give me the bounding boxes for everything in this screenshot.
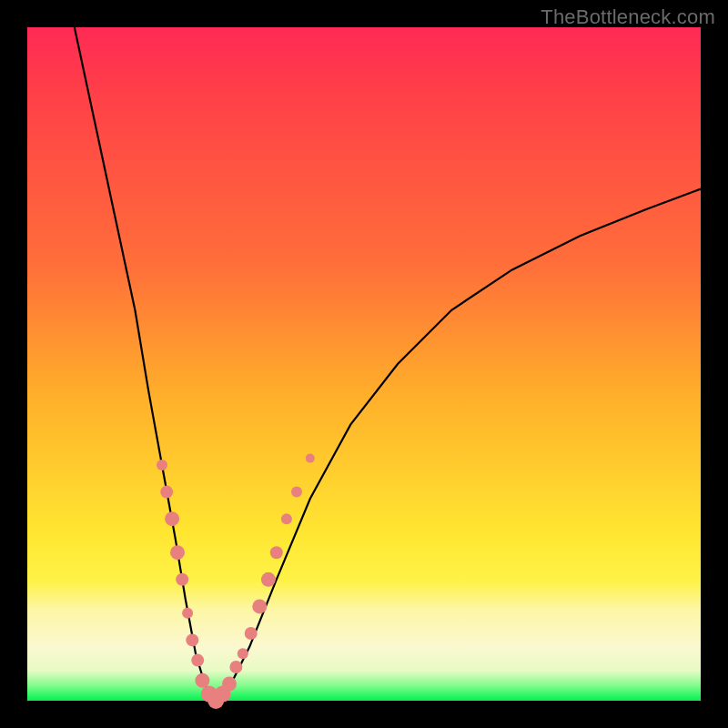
curve-marker	[252, 599, 267, 613]
curve-marker	[291, 487, 302, 498]
curve-marker	[270, 546, 283, 559]
curve-marker	[229, 661, 242, 673]
curve-marker	[165, 511, 179, 526]
curve-marker	[238, 648, 248, 659]
curve-marker	[222, 677, 237, 692]
curve-marker	[170, 545, 185, 560]
plot-area	[27, 27, 701, 701]
curve-marker	[306, 454, 315, 463]
curve-svg	[27, 27, 701, 701]
curve-marker	[186, 633, 198, 646]
bottleneck-curve	[75, 27, 701, 701]
curve-marker	[160, 486, 173, 499]
curve-marker	[176, 573, 188, 586]
curve-marker	[157, 460, 167, 470]
curve-marker	[191, 654, 204, 667]
curve-marker	[195, 673, 209, 688]
curve-marker	[182, 608, 193, 619]
curve-marker	[281, 513, 292, 524]
watermark-text: TheBottleneck.com	[541, 5, 715, 29]
curve-marker	[261, 572, 276, 587]
curve-marker	[245, 627, 258, 640]
curve-markers	[157, 454, 315, 709]
chart-frame: TheBottleneck.com	[0, 0, 728, 728]
